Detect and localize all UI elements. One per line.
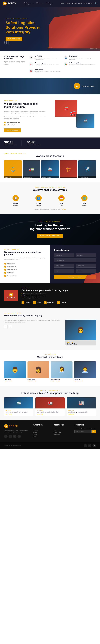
footer-bottom-twitter-icon[interactable]: t bbox=[88, 444, 91, 447]
footer-email-input[interactable] bbox=[74, 430, 91, 433]
challenges-note-text: Join our 1000+ satisfied clients who tru… bbox=[34, 209, 61, 210]
footer-nav-links: Home About Us Services Portfolio Contact bbox=[33, 428, 50, 437]
services-main-desc: We offer comprehensive logistics service… bbox=[4, 60, 26, 65]
contact-phone-label: Call Us bbox=[36, 2, 44, 4]
quote-firstname-input[interactable] bbox=[54, 253, 74, 257]
blog-post-3-read-more[interactable]: READ MORE bbox=[68, 414, 94, 414]
team-member-4-name: David Lee bbox=[74, 378, 96, 380]
footer-logo[interactable]: PORTX bbox=[4, 424, 29, 428]
team-member-3: 👩‍💼 Emma Johnson Supply Chain Expert bbox=[51, 362, 72, 382]
nav-pages[interactable]: Pages bbox=[78, 3, 82, 4]
blog-post-1-read-more[interactable]: READ MORE bbox=[6, 414, 32, 414]
team-member-1-image: 👨 bbox=[4, 362, 26, 378]
service-ship-freight[interactable]: 🚢 Ship Freight Cost-effective ocean frei… bbox=[64, 56, 96, 60]
quote-phone-input[interactable] bbox=[54, 264, 74, 268]
service-road-transport[interactable]: 🚛 Road Transport Reliable road transport… bbox=[29, 62, 61, 67]
blog-post-1[interactable]: 🚢 Jan 12, 2024 Cargo follow through the … bbox=[4, 398, 33, 416]
team-title: Meet with expert team bbox=[4, 356, 96, 358]
ship-freight-icon: 🚢 bbox=[64, 56, 68, 60]
testimonial-next-button[interactable]: → bbox=[9, 325, 12, 328]
nav-services[interactable]: Services bbox=[71, 3, 77, 4]
testimonial-prev-button[interactable]: ← bbox=[4, 325, 8, 328]
nav-blog[interactable]: Blog bbox=[84, 3, 87, 4]
gallery-item-1[interactable]: ⚓ Supply Chain bbox=[4, 160, 22, 178]
blog-post-2-read-more[interactable]: READ MORE bbox=[37, 414, 63, 414]
testimonial-navigation: ← → bbox=[4, 325, 62, 328]
stat-deliveries-label: Worldwide Deliveries bbox=[27, 144, 41, 146]
footer-privacy[interactable]: Privacy Policy bbox=[54, 432, 70, 433]
gallery-item-3[interactable]: 🚢 Shipping Transport bbox=[41, 160, 59, 178]
gallery-image-2: 🚛 bbox=[23, 160, 40, 178]
blog-post-2[interactable]: 🚛 Jan 15, 2024 Grow your following by th… bbox=[35, 398, 65, 416]
contact-title: We create an opportunity reach our poten… bbox=[4, 251, 46, 256]
quote-origin-input[interactable] bbox=[54, 269, 74, 273]
feature-tracking-label: Global Tracking bbox=[7, 266, 16, 268]
blog-post-3-date: Jan 18, 2024 bbox=[68, 410, 94, 411]
blog-post-3-image: 🏭 bbox=[67, 398, 96, 408]
footer-nav-services[interactable]: Services bbox=[33, 432, 50, 433]
footer-faq[interactable]: FAQ bbox=[54, 428, 70, 429]
team-member-3-name: Emma Johnson bbox=[51, 378, 72, 380]
hero-dot-2[interactable] bbox=[49, 47, 51, 48]
team-member-3-role: Supply Chain Expert bbox=[51, 380, 72, 382]
social-youtube-icon[interactable]: y bbox=[18, 435, 21, 438]
service-warehouse[interactable]: 🏭 Warehousing State-of-the-art warehousi… bbox=[29, 69, 61, 74]
nav-home[interactable]: Home bbox=[61, 3, 64, 4]
logo[interactable]: PORTX bbox=[3, 2, 17, 6]
service-air-desc: Fast and secure air freight solutions fo… bbox=[35, 57, 61, 60]
footer-bottom: © 2024 PORTX. All rights reserved. f t i… bbox=[0, 442, 100, 449]
footer-subscribe-button[interactable]: Go bbox=[91, 430, 96, 433]
hero-cta-button[interactable]: Explore More bbox=[6, 37, 22, 41]
cta-button[interactable]: Transport & Support bbox=[37, 234, 63, 238]
footer-blog[interactable]: Blog bbox=[54, 430, 70, 431]
about-desc1: We are committed to providing the highes… bbox=[4, 110, 48, 114]
quote-email-input[interactable] bbox=[54, 258, 96, 262]
footer-bottom-linkedin-icon[interactable]: in bbox=[92, 444, 96, 447]
team-member-4-role: Operations Director bbox=[74, 380, 96, 382]
footer-nav-portfolio[interactable]: Portfolio bbox=[33, 434, 50, 435]
footer-nav-about[interactable]: About Us bbox=[33, 430, 50, 431]
gallery-item-5[interactable]: ✈️ Air Freight Solution bbox=[78, 160, 96, 178]
fleet-content: Our Fleet Our fleet covers your needs & … bbox=[22, 288, 96, 304]
gallery-item-2[interactable]: 🚛 Special Transport bbox=[23, 160, 40, 178]
footer-brand: PORTX PORTX provides world-class logisti… bbox=[4, 424, 29, 438]
footer-nav-contact[interactable]: Contact bbox=[33, 436, 50, 437]
service-railway[interactable]: 🚂 Railway Logistics Efficient railway lo… bbox=[64, 62, 96, 67]
nav-about[interactable]: About bbox=[66, 3, 70, 4]
footer-terms[interactable]: Terms of Use bbox=[54, 434, 70, 435]
challenges-note-link[interactable]: Join Now bbox=[62, 209, 66, 210]
world-label: Cross Carlene Projects bbox=[4, 153, 96, 154]
stat-deliveries: 5147 Worldwide Deliveries bbox=[27, 140, 41, 146]
service-ship-desc: Cost-effective ocean freight services fo… bbox=[69, 57, 96, 60]
quote-freight-input[interactable] bbox=[75, 264, 96, 268]
challenge-offices-label: Offices bbox=[81, 205, 87, 206]
footer-subscribe-title: Subscribe bbox=[74, 424, 96, 426]
social-linkedin-icon[interactable]: in bbox=[13, 435, 16, 438]
brand-global-label: Global bbox=[37, 302, 41, 304]
blog-post-3[interactable]: 🏭 Jan 18, 2024 Manufacturing Research in… bbox=[67, 398, 96, 416]
hero-dot-3[interactable] bbox=[51, 47, 52, 48]
footer-bottom-facebook-icon[interactable]: f bbox=[84, 444, 87, 447]
team-member-2-role: Freight Coordinator bbox=[28, 380, 49, 382]
contact-email-value: support@portx.com bbox=[24, 4, 34, 5]
nav-contact[interactable]: Contact bbox=[88, 3, 93, 4]
quote-destination-input[interactable] bbox=[75, 269, 96, 273]
about-cta-button[interactable]: Explore More bbox=[4, 128, 21, 132]
team-member-2: 👩 Maria Garcia Freight Coordinator bbox=[28, 362, 49, 382]
blog-grid: 🚢 Jan 12, 2024 Cargo follow through the … bbox=[4, 398, 96, 416]
gallery-item-4[interactable]: 🏗️ bbox=[60, 160, 77, 178]
footer-nav-home[interactable]: Home bbox=[33, 428, 50, 429]
search-icon[interactable]: 🔍 bbox=[95, 2, 97, 4]
video-play-button[interactable]: ▶ Watch our videos bbox=[74, 83, 94, 89]
service-air-freight[interactable]: ✈ Air Freight Fast and secure air freigh… bbox=[29, 56, 61, 60]
fleet-brands: D Delivery G Global R Read Logo E Expres… bbox=[22, 301, 96, 304]
social-twitter-icon[interactable]: t bbox=[9, 435, 12, 438]
blog-post-2-content: Jan 15, 2024 Grow your following by the … bbox=[35, 408, 65, 416]
gallery-image-1: ⚓ bbox=[4, 160, 22, 178]
video-section: ▶ Watch our videos bbox=[0, 78, 100, 94]
check-icon-2: ✓ bbox=[4, 266, 6, 268]
quote-lastname-input[interactable] bbox=[75, 253, 96, 257]
social-facebook-icon[interactable]: f bbox=[4, 435, 8, 438]
hero-dot-1[interactable] bbox=[48, 47, 49, 48]
blog-post-2-image: 🚛 bbox=[35, 398, 65, 408]
